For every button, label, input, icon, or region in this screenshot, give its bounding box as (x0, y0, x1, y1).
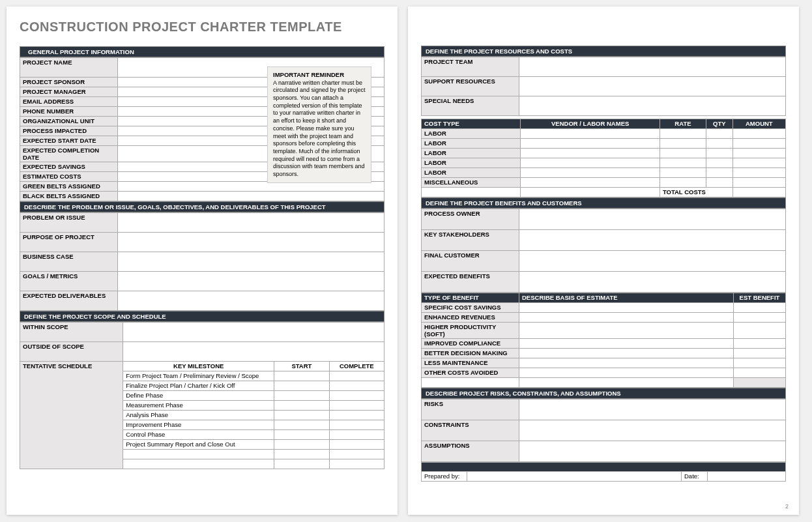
label-enhanced-rev: ENHANCED REVENUES (422, 313, 519, 323)
section-resources-costs: DEFINE THE PROJECT RESOURCES AND COSTS (421, 46, 786, 57)
milestone-row: Measurement Phase (123, 401, 274, 411)
col-complete: COMPLETE (329, 362, 384, 371)
cost-table: COST TYPE VENDOR / LABOR NAMES RATE QTY … (421, 119, 786, 197)
milestone-row: Control Phase (123, 430, 274, 440)
value-support[interactable] (519, 77, 786, 96)
label-constraints: CONSTRAINTS (422, 420, 519, 441)
col-amount: AMOUNT (732, 119, 785, 129)
section-benefits: DEFINE THE PROJECT BENEFITS AND CUSTOMER… (421, 197, 786, 209)
value-prepared-by[interactable] (467, 472, 682, 482)
milestone-row: Form Project Team / Preliminary Review /… (123, 371, 274, 381)
section-describe-problem: DESCRIBE THE PROBLEM OR ISSUE, GOALS, OB… (20, 201, 384, 212)
label-other-costs: OTHER COSTS AVOIDED (422, 368, 519, 378)
label-stakeholders: KEY STAKEHOLDERS (422, 230, 519, 251)
value-total-benefit[interactable] (734, 378, 786, 388)
milestone-start[interactable] (274, 420, 329, 430)
label-date: Date: (682, 472, 708, 482)
label-expected-benefits: EXPECTED BENEFITS (422, 272, 519, 293)
label-deliverables: EXPECTED DELIVERABLES (20, 291, 118, 311)
milestone-complete[interactable] (329, 381, 384, 391)
milestone-start[interactable] (274, 450, 329, 459)
value-special-needs[interactable] (519, 96, 786, 116)
label-improved-comp: IMPROVED COMPLIANCE (422, 339, 519, 349)
milestone-complete[interactable] (329, 401, 384, 411)
signature-table: Prepared by: Date: (421, 462, 786, 482)
reminder-body: A narrative written charter must be circ… (273, 80, 366, 177)
label-less-maint: LESS MAINTENANCE (422, 358, 519, 368)
label-black-belts: BLACK BELTS ASSIGNED (20, 192, 118, 201)
milestone-start[interactable] (274, 440, 329, 450)
blank-dark-row (422, 463, 786, 472)
value-outside-scope[interactable] (123, 342, 384, 362)
col-rate: RATE (660, 119, 706, 129)
value-green-belts[interactable] (118, 182, 384, 192)
milestone-complete[interactable] (329, 459, 384, 469)
label-labor: LABOR (422, 158, 521, 168)
milestone-row[interactable] (123, 450, 274, 459)
label-better-decision: BETTER DECISION MAKING (422, 349, 519, 358)
col-start: START (274, 362, 329, 371)
value-risks[interactable] (519, 399, 786, 420)
label-risks: RISKS (422, 399, 519, 420)
milestone-complete[interactable] (329, 391, 384, 401)
section-general-info: GENERAL PROJECT INFORMATION (20, 46, 384, 57)
value-black-belts[interactable] (118, 192, 384, 201)
label-process-owner: PROCESS OWNER (422, 209, 519, 230)
label-labor: LABOR (422, 139, 521, 149)
label-labor: LABOR (422, 168, 521, 178)
value-goals[interactable] (118, 272, 384, 291)
milestone-start[interactable] (274, 401, 329, 411)
value-project-team[interactable] (519, 57, 786, 77)
milestone-complete[interactable] (329, 420, 384, 430)
value-final-customer[interactable] (519, 251, 786, 272)
milestone-start[interactable] (274, 430, 329, 440)
resources-table: PROJECT TEAM SUPPORT RESOURCES SPECIAL N… (421, 57, 786, 116)
value-expected-benefits[interactable] (519, 272, 786, 293)
value-deliverables[interactable] (118, 291, 384, 311)
label-within-scope: WITHIN SCOPE (20, 323, 123, 342)
milestone-complete[interactable] (329, 430, 384, 440)
milestone-complete[interactable] (329, 371, 384, 381)
milestone-start[interactable] (274, 371, 329, 381)
document-title: CONSTRUCTION PROJECT CHARTER TEMPLATE (20, 20, 384, 35)
milestone-row: Improvement Phase (123, 420, 274, 430)
milestone-start[interactable] (274, 391, 329, 401)
milestone-complete[interactable] (329, 411, 384, 420)
col-qty: QTY (706, 119, 733, 129)
label-expected-start: EXPECTED START DATE (20, 136, 118, 146)
value-constraints[interactable] (519, 420, 786, 441)
milestone-complete[interactable] (329, 440, 384, 450)
milestone-row[interactable] (123, 459, 274, 469)
col-cost-type: COST TYPE (422, 119, 521, 129)
milestone-start[interactable] (274, 411, 329, 420)
reminder-box: IMPORTANT REMINDER A narrative written c… (267, 66, 371, 183)
milestone-start[interactable] (274, 381, 329, 391)
problem-table: PROBLEM OR ISSUE PURPOSE OF PROJECT BUSI… (20, 212, 384, 311)
page-2: DEFINE THE PROJECT RESOURCES AND COSTS P… (408, 7, 799, 515)
label-estimated-costs: ESTIMATED COSTS (20, 172, 118, 182)
label-final-customer: FINAL CUSTOMER (422, 251, 519, 272)
label-specific-savings: SPECIFIC COST SAVINGS (422, 303, 519, 313)
value-purpose[interactable] (118, 233, 384, 252)
value-process-owner[interactable] (519, 209, 786, 230)
label-project-manager: PROJECT MANAGER (20, 87, 118, 97)
value-stakeholders[interactable] (519, 230, 786, 251)
value-date[interactable] (708, 472, 786, 482)
col-type-benefit: TYPE OF BENEFIT (422, 293, 519, 303)
milestone-start[interactable] (274, 459, 329, 469)
reminder-heading: IMPORTANT REMINDER (273, 71, 344, 78)
milestone-complete[interactable] (329, 450, 384, 459)
page-1: CONSTRUCTION PROJECT CHARTER TEMPLATE IM… (7, 7, 398, 515)
value-total-costs[interactable] (732, 188, 785, 197)
label-org-unit: ORGANIZATIONAL UNIT (20, 117, 118, 126)
risks-table: RISKS CONSTRAINTS ASSUMPTIONS (421, 399, 786, 462)
label-assumptions: ASSUMPTIONS (422, 441, 519, 462)
value-business-case[interactable] (118, 252, 384, 272)
label-labor: LABOR (422, 149, 521, 158)
value-problem[interactable] (118, 213, 384, 233)
col-vendor: VENDOR / LABOR NAMES (521, 119, 660, 129)
label-tentative-schedule: TENTATIVE SCHEDULE (20, 362, 123, 469)
value-within-scope[interactable] (123, 323, 384, 342)
label-misc: MISCELLANEOUS (422, 178, 521, 188)
value-assumptions[interactable] (519, 441, 786, 462)
